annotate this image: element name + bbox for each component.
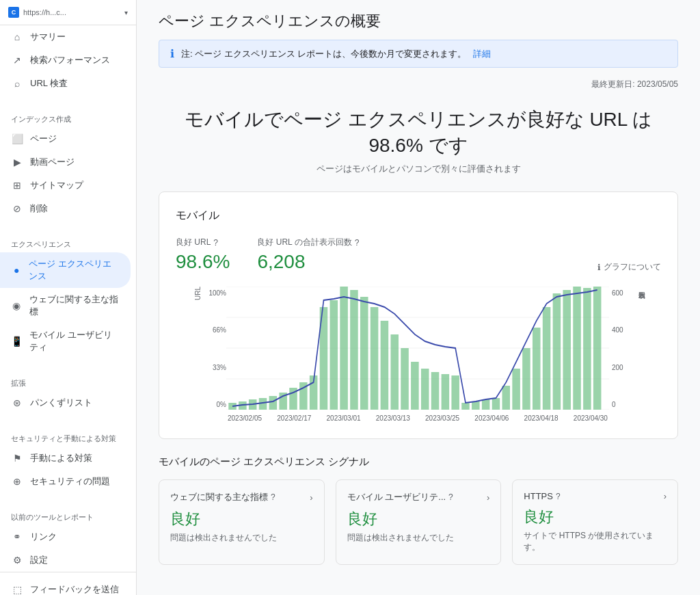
section-label-legacy: 以前のツールとレポート: [0, 504, 136, 525]
sidebar-item-search-performance[interactable]: ↗ 検索パフォーマンス: [0, 49, 131, 72]
x-label-2: 2023/03/01: [327, 414, 361, 422]
sidebar-label-sitemap: サイトマップ: [30, 179, 83, 191]
signal-arrow-mobile-usability[interactable]: ›: [487, 492, 489, 503]
link-icon: ⚭: [11, 531, 23, 543]
sidebar-label-web-vitals: ウェブに関する主な指標: [29, 293, 120, 318]
good-url-total-label: 良好 URL の合計表示回数 ?: [257, 237, 359, 248]
good-url-total-question-icon[interactable]: ?: [355, 238, 360, 248]
good-url-question-icon[interactable]: ?: [213, 238, 218, 248]
remove-icon: ⊘: [11, 202, 23, 215]
y-pct-100: 100%: [208, 289, 226, 297]
home-icon: ⌂: [11, 31, 23, 43]
signal-title-web-vitals: ウェブに関する主な指標: [170, 491, 268, 503]
signal-arrow-web-vitals[interactable]: ›: [310, 492, 312, 503]
sidebar-item-mobile-usability[interactable]: 📱 モバイル ユーザビリティ: [0, 323, 131, 359]
sidebar-item-url-inspection[interactable]: ⌕ URL 検査: [0, 72, 131, 95]
sidebar-item-delete[interactable]: ⊘ 削除: [0, 197, 131, 220]
url-bar[interactable]: C https://h...c... ▾: [0, 0, 136, 25]
headline-subtitle: ページはモバイルとパソコンで別々に評価されます: [159, 163, 678, 175]
graph-about-label: グラフについて: [604, 261, 661, 273]
sidebar-label-url-inspection: URL 検査: [30, 77, 68, 90]
sidebar-label-page-experience: ページ エクスペリエンス: [29, 258, 120, 282]
x-label-0: 2023/02/05: [228, 414, 262, 422]
page-title: ページ エクスペリエンスの概要: [159, 0, 678, 40]
mobile-card: モバイル 良好 URL ? 98.6% 良好 URL の合計表示回数 ? 6,2…: [159, 191, 678, 439]
sidebar-item-settings[interactable]: ⚙ 設定: [0, 548, 131, 572]
sidebar-item-links[interactable]: ⚭ リンク: [0, 525, 131, 548]
sidebar-label-manual-actions: 手動による対策: [30, 452, 92, 464]
section-label-experience: エクスペリエンス: [0, 231, 136, 252]
signal-header-left-web-vitals: ウェブに関する主な指標 ?: [170, 491, 275, 503]
sidebar-item-pages[interactable]: ⬜ ページ: [0, 127, 131, 150]
y-pct-33: 33%: [213, 364, 226, 371]
section-label-extensions: 拡張: [0, 370, 136, 391]
info-banner: ℹ 注: ページ エクスペリエンス レポートは、今後数か月で変更されます。 詳細: [159, 40, 678, 68]
sidebar-item-page-experience[interactable]: ● ページ エクスペリエンス: [0, 252, 131, 288]
svg-rect-18: [360, 297, 368, 410]
sidebar-item-web-vitals[interactable]: ◉ ウェブに関する主な指標: [0, 288, 131, 323]
signal-status-web-vitals: 良好: [170, 509, 313, 529]
signal-question-icon-mobile-usability[interactable]: ?: [448, 492, 453, 502]
sidebar-label-feedback: フィードバックを送信: [30, 583, 119, 595]
svg-rect-16: [340, 287, 348, 410]
sitemap-icon: ⊞: [11, 179, 23, 191]
y-imp-200: 200: [612, 364, 623, 371]
headline: モバイルでページ エクスペリエンスが良好な URL は 98.6% です: [159, 107, 678, 159]
signal-status-mobile-usability: 良好: [347, 509, 490, 529]
signals-grid: ウェブに関する主な指標 ? › 良好 問題は検出されませんでした モバイル ユー…: [159, 479, 678, 565]
feedback-icon: ⬚: [11, 583, 23, 595]
signal-arrow-https[interactable]: ›: [664, 491, 667, 501]
signal-desc-web-vitals: 問題は検出されませんでした: [170, 532, 313, 544]
y-imp-400: 400: [612, 326, 623, 334]
signal-card-https: HTTPS ? › 良好 サイトで HTTPS が使用されています。: [512, 479, 678, 565]
sidebar-item-video-pages[interactable]: ▶ 動画ページ: [0, 150, 131, 174]
svg-rect-35: [533, 328, 541, 410]
x-label-4: 2023/03/25: [425, 414, 459, 422]
good-url-metric: 良好 URL ? 98.6%: [176, 237, 230, 273]
svg-rect-25: [431, 372, 440, 410]
graph-about-button[interactable]: ℹ グラフについて: [597, 261, 661, 273]
url-text: https://h...c...: [23, 8, 120, 16]
sidebar-label-security-issues: セキュリティの問題: [30, 475, 110, 488]
signal-header-web-vitals: ウェブに関する主な指標 ? ›: [170, 491, 313, 503]
signal-status-https: 良好: [524, 507, 667, 527]
svg-rect-38: [563, 290, 571, 410]
svg-rect-32: [502, 386, 511, 410]
signal-desc-https: サイトで HTTPS が使用されています。: [524, 530, 667, 553]
svg-rect-17: [350, 290, 358, 410]
svg-rect-41: [593, 287, 602, 410]
good-url-total-metric: 良好 URL の合計表示回数 ? 6,208: [257, 237, 359, 273]
video-icon: ▶: [11, 156, 23, 168]
page-exp-icon: ●: [11, 264, 22, 276]
info-banner-text: 注: ページ エクスペリエンス レポートは、今後数か月で変更されます。: [181, 48, 466, 60]
svg-rect-22: [401, 348, 409, 410]
sidebar-label-summary: サマリー: [30, 31, 66, 43]
mobile-card-title: モバイル: [176, 209, 661, 223]
signal-card-web-vitals: ウェブに関する主な指標 ? › 良好 問題は検出されませんでした: [159, 479, 325, 565]
svg-rect-21: [390, 334, 399, 410]
sidebar-item-feedback[interactable]: ⬚ フィードバックを送信: [0, 578, 131, 595]
sidebar-item-sitemap[interactable]: ⊞ サイトマップ: [0, 174, 131, 197]
sidebar-label-breadcrumbs: パンくずリスト: [30, 397, 92, 409]
sidebar-item-breadcrumbs[interactable]: ⊛ パンくずリスト: [0, 391, 131, 414]
svg-rect-31: [492, 398, 500, 410]
x-label-6: 2023/04/18: [524, 414, 558, 422]
sidebar-item-summary[interactable]: ⌂ サマリー: [0, 25, 131, 49]
signal-question-icon-web-vitals[interactable]: ?: [271, 492, 275, 502]
breadcrumb-icon: ⊛: [11, 397, 23, 409]
sidebar-item-security-issues[interactable]: ⊕ セキュリティの問題: [0, 470, 131, 493]
svg-rect-39: [573, 287, 581, 410]
info-banner-link[interactable]: 詳細: [473, 48, 491, 60]
sidebar-item-manual-actions[interactable]: ⚑ 手動による対策: [0, 447, 131, 470]
y-imp-600: 600: [612, 289, 623, 297]
x-label-1: 2023/02/17: [277, 414, 311, 422]
signal-header-left-https: HTTPS ?: [524, 491, 560, 501]
manual-icon: ⚑: [11, 452, 23, 464]
svg-rect-20: [381, 321, 389, 410]
sidebar-label-settings: 設定: [30, 554, 48, 566]
url-dropdown-icon[interactable]: ▾: [124, 9, 128, 16]
metrics-row: 良好 URL ? 98.6% 良好 URL の合計表示回数 ? 6,208 ℹ …: [176, 237, 661, 273]
headline-section: モバイルでページ エクスペリエンスが良好な URL は 98.6% です ページ…: [159, 107, 678, 175]
signal-question-icon-https[interactable]: ?: [556, 492, 561, 501]
trending-up-icon: ↗: [11, 54, 23, 66]
